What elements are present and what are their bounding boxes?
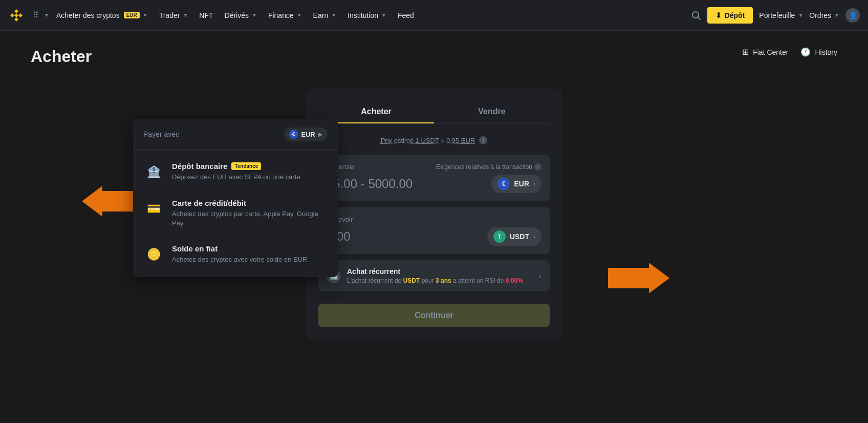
svg-marker-3 [14,17,18,22]
nav-item-nft[interactable]: NFT [194,0,218,31]
price-info-icon[interactable]: i [479,136,487,144]
main-content: Acheter ⊞ Fiat Center 🕐 History Payer av… [0,31,868,356]
usdt-currency-icon: T [493,230,506,243]
eur-currency-name: EUR [514,180,529,188]
nav-items: Acheter des cryptos EUR ▼ Trader ▼ NFT D… [51,0,689,31]
svg-marker-0 [14,9,18,13]
bank-item-title: Dépôt bancaire Tendance [172,162,328,171]
nav-item-earn[interactable]: Earn ▼ [308,0,341,31]
nav-item-buy-crypto[interactable]: Acheter des cryptos EUR ▼ [51,0,153,31]
fiat-item-title: Solde en fiat [172,244,328,253]
trader-arrow: ▼ [183,12,188,18]
nav-item-trader[interactable]: Trader ▼ [154,0,193,31]
derives-arrow: ▼ [252,12,257,18]
nav-item-derives[interactable]: Dérivés ▼ [220,0,262,31]
req-text: Exigences relatives à la transaction i [436,163,541,171]
recurring-left: 🔄 Achat récurrent L'achat récurrent de U… [327,267,523,284]
receive-section: Recevoir 0.00 T USDT › [318,207,550,254]
navbar: ⠿ ▼ Acheter des cryptos EUR ▼ Trader ▼ N… [0,0,868,31]
dropdown-item-fiat[interactable]: 🪙 Solde en fiat Achetez des cryptos avec… [133,236,338,273]
card-area: Payer avec € EUR ▶ 🏦 Dépôt bancaire Tend… [31,89,837,340]
dropdown-header: Payer avec € EUR ▶ [133,119,338,150]
deposit-button[interactable]: ⬇ Dépôt [707,7,753,24]
card-item-title: Carte de crédit/débit [172,199,328,207]
bank-item-desc: Déposez des EUR avec SEPA ou une carte [172,173,328,182]
user-avatar[interactable]: 👤 [845,8,860,23]
earn-arrow: ▼ [331,12,336,18]
buy-crypto-arrow: ▼ [143,12,148,18]
right-arrow-indicator [608,263,669,295]
receive-input-row: 0.00 T USDT › [327,227,541,246]
dropdown-header-title: Payer avec [143,130,179,138]
svg-line-6 [698,17,700,19]
history-button[interactable]: 🕐 History [800,47,837,57]
history-icon: 🕐 [800,47,811,57]
bank-item-content: Dépôt bancaire Tendance Déposez des EUR … [172,162,328,182]
svg-marker-4 [14,13,18,17]
fiat-center-button[interactable]: ⊞ Fiat Center [742,47,788,57]
eur-currency-selector[interactable]: € EUR › [491,175,541,193]
nav-dropdown-arrow: ▼ [44,12,49,18]
binance-logo[interactable] [8,7,25,24]
eur-small-icon: € [289,130,298,139]
req-info-icon[interactable]: i [534,163,541,171]
nav-item-feed[interactable]: Feed [393,0,419,31]
usdt-currency-selector[interactable]: T USDT › [487,227,541,246]
recurring-content: Achat récurrent L'achat récurrent de USD… [347,267,523,284]
svg-marker-8 [608,263,669,293]
card-item-content: Carte de crédit/débit Achetez des crypto… [172,199,328,228]
ordres-button[interactable]: Ordres ▼ [809,11,839,19]
fiat-item-desc: Achetez des cryptos avec votre solde en … [172,255,328,264]
fiat-center-icon: ⊞ [742,47,749,57]
top-actions: ⊞ Fiat Center 🕐 History [742,47,837,57]
fiat-item-content: Solde en fiat Achetez des cryptos avec v… [172,244,328,264]
recurring-chevron-icon: › [539,272,541,280]
grid-icon[interactable]: ⠿ [31,10,41,20]
spend-input-row: 15.00 - 5000.00 € EUR › [327,175,541,193]
svg-marker-2 [18,13,23,17]
nav-right: ⬇ Dépôt Portefeuille ▼ Ordres ▼ 👤 [691,7,860,24]
dropdown-item-bank[interactable]: 🏦 Dépôt bancaire Tendance Déposez des EU… [133,154,338,191]
dropdown-currency-arrow: ▶ [318,132,322,137]
dropdown-item-card[interactable]: 💳 Carte de crédit/débit Achetez des cryp… [133,191,338,236]
bank-icon: 🏦 [143,162,164,182]
tendance-badge: Tendance [231,162,261,170]
eur-currency-icon: € [497,178,510,190]
nav-item-finance[interactable]: Finance ▼ [263,0,307,31]
nav-item-institution[interactable]: Institution ▼ [342,0,392,31]
recurring-section[interactable]: 🔄 Achat récurrent L'achat récurrent de U… [318,260,550,291]
tabs: Acheter Vendre [318,101,550,124]
receive-label: Recevoir [327,216,541,223]
fiat-icon: 🪙 [143,244,164,265]
recurring-desc: L'achat récurrent de USDT pour 3 ans a a… [347,277,523,284]
tab-sell[interactable]: Vendre [434,101,550,123]
search-button[interactable] [691,10,701,20]
pay-with-dropdown: Payer avec € EUR ▶ 🏦 Dépôt bancaire Tend… [133,119,338,277]
svg-marker-1 [10,13,14,17]
institution-arrow: ▼ [381,12,386,18]
recurring-title: Achat récurrent [347,267,523,276]
continue-button[interactable]: Continuer [318,304,550,327]
usdt-chevron-icon: › [533,233,535,240]
buy-sell-card: Acheter Vendre Prix estimé 1 USDT ≈ 0.95… [306,89,562,340]
page-title: Acheter [31,47,837,66]
finance-arrow: ▼ [297,12,302,18]
eur-chevron-icon: › [533,180,535,187]
portefeuille-button[interactable]: Portefeuille ▼ [759,11,803,19]
spend-label: Dépenser Exigences relatives à la transa… [327,163,541,171]
card-icon: 💳 [143,199,164,219]
spend-section: Dépenser Exigences relatives à la transa… [318,155,550,201]
usdt-currency-name: USDT [510,232,529,241]
dropdown-currency-selector[interactable]: € EUR ▶ [284,128,328,141]
spend-value[interactable]: 15.00 - 5000.00 [327,177,413,191]
price-estimate: Prix estimé 1 USDT ≈ 0.95 EUR i [318,136,550,144]
card-item-desc: Achetez des cryptos par carte, Apple Pay… [172,209,328,228]
dropdown-items: 🏦 Dépôt bancaire Tendance Déposez des EU… [133,150,338,277]
